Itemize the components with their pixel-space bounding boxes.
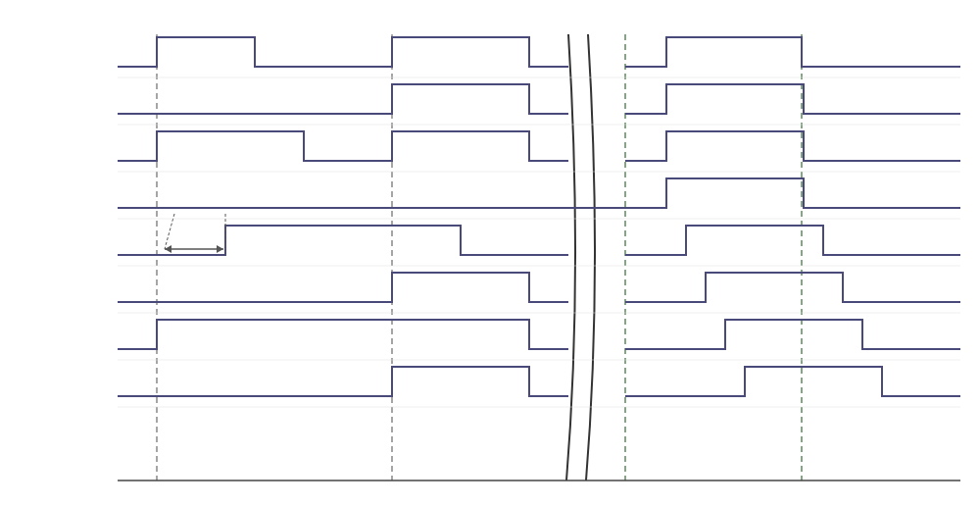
- timing-svg: [0, 0, 980, 506]
- diagram-container: AVS模式 自校准模式 Clock Clock_cat Clock_avs De…: [0, 0, 980, 506]
- svg-rect-0: [0, 0, 980, 506]
